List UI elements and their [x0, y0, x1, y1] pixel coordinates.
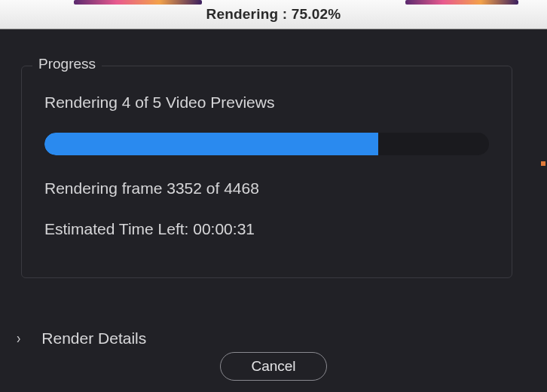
dialog-button-row: Cancel — [0, 352, 547, 381]
progress-legend: Progress — [32, 56, 102, 72]
chevron-right-icon: › — [17, 329, 20, 347]
window-accent-left — [74, 0, 202, 5]
render-details-toggle[interactable]: › Render Details — [17, 329, 146, 348]
dialog-body: Progress Rendering 4 of 5 Video Previews… — [0, 29, 547, 392]
cancel-button[interactable]: Cancel — [220, 352, 326, 381]
progress-bar — [44, 133, 489, 155]
render-details-label: Render Details — [41, 329, 146, 348]
progress-frame-text: Rendering frame 3352 of 4468 — [44, 179, 489, 198]
progress-group: Progress Rendering 4 of 5 Video Previews… — [21, 66, 512, 278]
progress-bar-fill — [44, 133, 378, 155]
window-accent-right — [405, 0, 518, 5]
progress-status-text: Rendering 4 of 5 Video Previews — [44, 93, 489, 112]
window-title: Rendering : 75.02% — [206, 6, 341, 23]
progress-eta-text: Estimated Time Left: 00:00:31 — [44, 220, 489, 238]
edge-artifact — [541, 161, 545, 166]
